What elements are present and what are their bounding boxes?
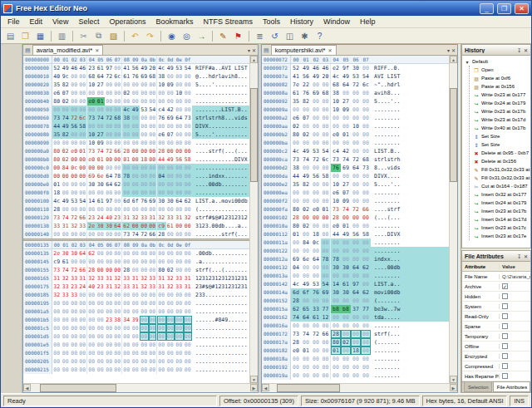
ascii-cell[interactable]: ........ xyxy=(371,130,449,139)
hex-byte[interactable]: 00 xyxy=(87,324,96,332)
hex-byte[interactable]: 00 xyxy=(114,130,123,139)
hex-byte[interactable]: 68 xyxy=(149,72,158,81)
hex-byte[interactable]: 76 xyxy=(140,197,149,205)
ascii-cell[interactable]: ................ xyxy=(192,299,249,307)
hex-byte[interactable]: 00 xyxy=(79,164,88,172)
pin-icon[interactable]: ↧ xyxy=(517,253,521,259)
hex-byte[interactable]: 00 xyxy=(149,130,158,139)
hex-byte[interactable]: 00 xyxy=(79,291,88,299)
hex-byte[interactable]: 00 xyxy=(166,249,175,258)
hex-byte[interactable]: 00 xyxy=(351,238,361,247)
hex-byte[interactable]: 49 xyxy=(62,122,71,130)
hex-byte[interactable]: 00 xyxy=(166,357,175,366)
ascii-cell[interactable]: ........ xyxy=(371,189,449,197)
hex-byte[interactable]: 00 xyxy=(122,307,131,316)
hex-byte[interactable]: 54 xyxy=(361,72,371,81)
hex-byte[interactable]: 31 xyxy=(105,274,114,283)
hex-byte[interactable]: 00 xyxy=(62,180,71,189)
hex-byte[interactable]: 00 xyxy=(351,139,361,147)
hex-byte[interactable]: 00 xyxy=(122,349,131,357)
hex-byte[interactable]: 00 xyxy=(184,349,193,357)
hex-byte[interactable]: 62 xyxy=(114,180,123,189)
hex-byte[interactable]: 00 xyxy=(131,349,140,357)
hex-byte[interactable]: 00 xyxy=(131,180,140,189)
hex-byte[interactable]: 00 xyxy=(79,258,88,266)
hex-byte[interactable]: 00 xyxy=(311,272,321,280)
hex-byte[interactable]: 00 xyxy=(131,164,140,172)
hex-byte[interactable]: 00 xyxy=(351,247,361,255)
hex-byte[interactable]: 66 xyxy=(361,205,371,214)
hex-byte[interactable]: 04 xyxy=(157,172,166,180)
hex-byte[interactable]: 54 xyxy=(321,280,331,288)
ascii-cell[interactable]: ................ xyxy=(192,341,249,349)
hex-byte[interactable]: 02 xyxy=(62,97,71,106)
hex-byte[interactable]: 00 xyxy=(311,106,321,114)
hex-byte[interactable]: 14 xyxy=(331,280,341,288)
hex-byte[interactable]: 00 xyxy=(131,189,140,197)
hex-byte[interactable]: 00 xyxy=(175,72,184,81)
hex-byte[interactable]: 00 xyxy=(321,106,331,114)
hex-byte[interactable]: 28 xyxy=(52,205,62,214)
hex-byte[interactable]: 00 xyxy=(149,155,158,164)
bookmark-icon[interactable]: ⚑ xyxy=(231,29,245,42)
hex-byte[interactable]: 30 xyxy=(341,263,351,272)
hex-byte[interactable]: 00 xyxy=(87,307,96,316)
hex-row[interactable]: 0000007a415649204c495354AVI LIST xyxy=(262,72,449,81)
hex-byte[interactable]: 00 xyxy=(175,222,184,230)
hex-byte[interactable]: 80 xyxy=(291,130,301,139)
hex-byte[interactable]: 27 xyxy=(341,97,351,106)
ascii-cell[interactable]: ........ xyxy=(371,122,449,130)
hex-byte[interactable]: 00 xyxy=(105,189,114,197)
panel-tab-file-attributes[interactable]: File Attributes xyxy=(493,382,530,392)
history-item[interactable]: ✎Fill 0x31,0x32,0x33 at 0x164 - 0x187 xyxy=(470,174,530,182)
hex-byte[interactable]: 33 xyxy=(62,291,71,299)
goto-offset-icon[interactable]: → xyxy=(195,29,209,42)
hex-byte[interactable]: 00 xyxy=(311,197,321,205)
hex-byte[interactable]: 00 xyxy=(166,89,175,97)
ascii-cell[interactable]: ........ xyxy=(371,222,449,230)
checkbox[interactable] xyxy=(502,363,508,369)
hex-byte[interactable]: 23 xyxy=(87,214,96,222)
hex-byte[interactable]: 72 xyxy=(351,205,361,214)
hex-byte[interactable]: 00 xyxy=(351,172,361,180)
hex-row[interactable]: 0000007044495658000000000000000000000000… xyxy=(23,122,249,130)
checkbox[interactable] xyxy=(502,333,508,339)
history-item[interactable]: ↪Insert 0x23 at 0x17e xyxy=(470,232,530,240)
hex-row[interactable]: 0000004080020000e00100000000000000000000… xyxy=(23,97,249,106)
hex-byte[interactable]: 72 xyxy=(70,214,79,222)
hex-byte[interactable]: 00 xyxy=(87,357,96,366)
hex-byte[interactable]: 27 xyxy=(96,130,106,139)
hex-byte[interactable]: 00 xyxy=(70,349,79,357)
hex-byte[interactable]: 00 xyxy=(321,355,331,363)
hex-byte[interactable]: 00 xyxy=(175,324,184,332)
hex-byte[interactable]: 00 xyxy=(62,299,71,307)
hex-byte[interactable]: 00 xyxy=(114,291,123,299)
history-item[interactable]: ↪Write 0x23 at 0x177 xyxy=(470,91,530,99)
hex-byte[interactable]: 4c xyxy=(157,64,166,72)
open-file-icon[interactable]: ❐ xyxy=(18,29,32,42)
hex-byte[interactable]: 00 xyxy=(321,322,331,330)
hex-byte[interactable]: 46 xyxy=(321,64,331,72)
attribute-row[interactable]: Offline xyxy=(462,342,530,351)
hex-byte[interactable]: 00 xyxy=(70,72,79,81)
hex-byte[interactable]: 00 xyxy=(70,316,79,324)
menu-edit[interactable]: Edit xyxy=(25,17,48,27)
hex-byte[interactable]: 00 xyxy=(149,89,158,97)
hex-byte[interactable]: 00 xyxy=(184,81,193,89)
hex-byte[interactable]: 72 xyxy=(105,114,114,122)
hex-byte[interactable]: 00 xyxy=(122,366,131,374)
tab-menu-icon[interactable]: ▾ xyxy=(447,47,450,53)
hex-byte[interactable]: 62 xyxy=(291,305,301,313)
hex-byte[interactable]: 00 xyxy=(184,230,193,238)
new-file-icon[interactable]: ▤ xyxy=(3,29,17,42)
ascii-cell[interactable]: ................ xyxy=(192,324,249,332)
hex-byte[interactable]: 78 xyxy=(331,255,341,263)
hex-row[interactable]: 000001424c49535414619700LIST.a.. xyxy=(262,280,449,288)
cut-icon[interactable]: ✂ xyxy=(76,29,91,42)
hex-byte[interactable]: 00 xyxy=(140,249,149,258)
hex-byte[interactable]: 00 xyxy=(149,172,158,180)
hex-byte[interactable]: 64 xyxy=(105,180,114,189)
hex-byte[interactable]: 33 xyxy=(175,283,184,291)
hex-byte[interactable]: e6 xyxy=(52,89,62,97)
hex-byte[interactable]: 00 xyxy=(351,338,361,347)
